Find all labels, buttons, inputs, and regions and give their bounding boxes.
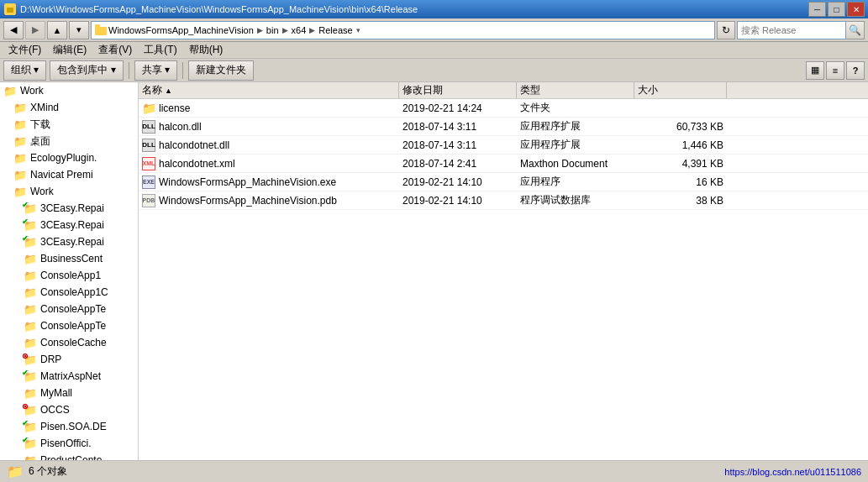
main-area: 📁Work📁XMind📁下载📁桌面📁EcologyPlugin.📁Navicat…	[0, 82, 868, 460]
help-button[interactable]: ?	[846, 61, 865, 80]
folder-stop-icon: 📁⊗	[24, 353, 37, 366]
file-cell-date: 2018-07-14 3:11	[399, 139, 517, 151]
up-button[interactable]: ▲	[47, 21, 67, 39]
path-root: WindowsFormsApp_MachineVision	[95, 24, 254, 36]
table-row[interactable]: DLL halcon.dll 2018-07-14 3:11 应用程序扩展 60…	[139, 118, 868, 136]
search-area: 🔍	[737, 21, 865, 39]
file-cell-type: 应用程序扩展	[517, 138, 634, 152]
share-button[interactable]: 共享 ▾	[134, 60, 177, 81]
sidebar-item[interactable]: 📁ConsoleCache	[0, 334, 138, 351]
dropdown-button[interactable]: ▾	[69, 21, 89, 39]
forward-button[interactable]: ▶	[25, 21, 45, 39]
view-list-button[interactable]: ≡	[826, 61, 844, 80]
refresh-button[interactable]: ↻	[717, 21, 735, 39]
sidebar-item[interactable]: 📁桌面	[0, 133, 138, 149]
col-header-size[interactable]: 大小	[634, 82, 727, 98]
view-details-button[interactable]: ▦	[806, 61, 824, 80]
sidebar-item-label: DRP	[40, 354, 61, 365]
new-folder-button[interactable]: 新建文件夹	[188, 60, 254, 81]
file-name: WindowsFormsApp_MachineVision.pdb	[159, 195, 337, 207]
sidebar-item-label: Work	[30, 186, 54, 197]
folder-icon: 📁	[13, 101, 27, 114]
file-cell-date: 2018-07-14 3:11	[399, 121, 517, 133]
sidebar-item-label: Work	[20, 85, 44, 97]
toolbar-separator-2	[182, 62, 183, 79]
file-cell-name: 📁 license	[139, 102, 399, 115]
sidebar-item-label: ConsoleCache	[40, 337, 107, 348]
col-header-type[interactable]: 类型	[517, 82, 634, 98]
sidebar-item[interactable]: 📁XMind	[0, 99, 138, 116]
menu-edit[interactable]: 编辑(E)	[48, 42, 92, 58]
sidebar-item[interactable]: 📁ProductCente	[0, 452, 138, 460]
sidebar-item[interactable]: 📁MyMall	[0, 385, 138, 401]
folder-icon: 📁	[13, 118, 27, 131]
toolbar: 组织 ▾ 包含到库中 ▾ 共享 ▾ 新建文件夹 ▦ ≡ ?	[0, 59, 868, 82]
sidebar-item[interactable]: 📁ConsoleAppTe	[0, 317, 138, 334]
menu-help[interactable]: 帮助(H)	[184, 42, 229, 58]
sidebar-item[interactable]: 📁ConsoleApp1C	[0, 284, 138, 301]
folder-check-icon: 📁✔	[24, 369, 37, 383]
sidebar-item[interactable]: 📁Work	[0, 183, 138, 200]
col-header-name[interactable]: 名称 ▲	[139, 82, 399, 98]
sidebar-item[interactable]: 📁✔MatrixAspNet	[0, 368, 138, 385]
folder-icon: 📁	[13, 151, 27, 165]
file-name: halcondotnet.xml	[159, 158, 235, 170]
sort-arrow-name: ▲	[165, 86, 172, 95]
sidebar-item-label: ConsoleAppTe	[40, 320, 106, 332]
sidebar-item-label: MyMall	[40, 387, 72, 399]
sidebar-item[interactable]: 📁ConsoleApp1	[0, 267, 138, 284]
sidebar-item-label: ConsoleAppTe	[40, 303, 106, 315]
maximize-button[interactable]: □	[828, 2, 845, 17]
file-cell-name: XML halcondotnet.xml	[139, 157, 399, 170]
sidebar-item[interactable]: 📁✔3CEasy.Repai	[0, 217, 138, 233]
menu-view[interactable]: 查看(V)	[93, 42, 137, 58]
sidebar-item[interactable]: 📁下载	[0, 116, 138, 133]
sidebar-item[interactable]: 📁ConsoleAppTe	[0, 301, 138, 317]
folder-icon: 📁	[24, 269, 37, 282]
minimize-button[interactable]: ─	[808, 2, 826, 17]
table-row[interactable]: DLL halcondotnet.dll 2018-07-14 3:11 应用程…	[139, 136, 868, 155]
close-button[interactable]: ✕	[847, 2, 865, 17]
table-row[interactable]: 📁 license 2019-02-21 14:24 文件夹	[139, 99, 868, 118]
sidebar-item-label: 3CEasy.Repai	[40, 202, 104, 214]
search-button[interactable]: 🔍	[846, 21, 865, 39]
path-release: Release	[318, 25, 352, 35]
sidebar-item[interactable]: 📁✔3CEasy.Repai	[0, 233, 138, 250]
sidebar-item-label: XMind	[30, 102, 59, 113]
sidebar-item-label: Pisen.SOA.DE	[40, 421, 107, 432]
folder-icon: 📁	[24, 453, 37, 460]
sidebar-item[interactable]: 📁✔3CEasy.Repai	[0, 200, 138, 217]
sidebar-item[interactable]: 📁✔PisenOffici.	[0, 435, 138, 452]
sidebar-item[interactable]: 📁✔Pisen.SOA.DE	[0, 418, 138, 435]
folder-icon: 📁	[13, 134, 27, 148]
dll-icon: DLL	[142, 120, 155, 134]
sidebar-item-label: 下载	[30, 118, 50, 132]
table-row[interactable]: PDB WindowsFormsApp_MachineVision.pdb 20…	[139, 191, 868, 210]
sidebar-item[interactable]: 📁⊗DRP	[0, 351, 138, 368]
file-cell-name: DLL halcondotnet.dll	[139, 139, 399, 152]
path-x64: x64	[292, 25, 307, 35]
menu-file[interactable]: 文件(F)	[3, 42, 46, 58]
toolbar-separator	[129, 62, 129, 79]
sidebar-item[interactable]: 📁Work	[0, 82, 138, 99]
sidebar-item[interactable]: 📁EcologyPlugin.	[0, 149, 138, 166]
table-row[interactable]: EXE WindowsFormsApp_MachineVision.exe 20…	[139, 173, 868, 191]
col-header-date[interactable]: 修改日期	[399, 82, 517, 98]
sidebar-item[interactable]: 📁Navicat Premi	[0, 166, 138, 183]
address-bar[interactable]: WindowsFormsApp_MachineVision ▶ bin ▶ x6…	[91, 21, 715, 39]
menu-tools[interactable]: 工具(T)	[139, 42, 181, 58]
sidebar-item[interactable]: 📁BusinessCent	[0, 250, 138, 267]
menu-bar: 文件(F) 编辑(E) 查看(V) 工具(T) 帮助(H)	[0, 42, 868, 59]
file-cell-size: 60,733 KB	[634, 121, 727, 133]
search-input[interactable]	[737, 21, 846, 39]
sidebar-item-label: ConsoleApp1C	[40, 286, 108, 298]
organize-button[interactable]: 组织 ▾	[3, 60, 46, 81]
file-cell-size: 4,391 KB	[634, 158, 727, 170]
folder-check-icon: 📁✔	[24, 235, 37, 249]
folder-icon: 📁	[13, 168, 27, 181]
sidebar-item-label: PisenOffici.	[40, 437, 91, 449]
table-row[interactable]: XML halcondotnet.xml 2018-07-14 2:41 Max…	[139, 155, 868, 173]
include-in-lib-button[interactable]: 包含到库中 ▾	[50, 60, 123, 81]
sidebar-item[interactable]: 📁⊗OCCS	[0, 401, 138, 418]
back-button[interactable]: ◀	[3, 21, 24, 39]
